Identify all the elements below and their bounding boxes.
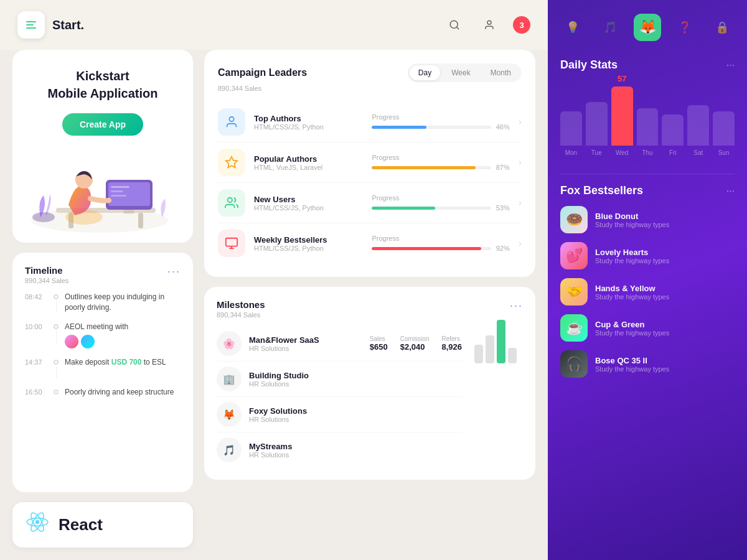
right-sidebar: 💡 🎵 🦊 ❓ 🔒 Daily Stats ··· Mon (548, 0, 747, 560)
sidebar-icon-headphones[interactable]: 🎵 (596, 14, 624, 41)
milestones-chart (468, 326, 523, 363)
leader-icon (218, 189, 245, 217)
react-icon (25, 510, 50, 540)
daily-stats-menu[interactable]: ··· (726, 60, 735, 71)
leader-arrow[interactable]: › (519, 116, 522, 128)
create-app-button[interactable]: Create App (62, 113, 143, 136)
main-area: Start. 3 Kickstart Mobile Application Cr… (0, 0, 548, 560)
table-row: Top Authors HTML/CSS/JS, Python Progress… (218, 102, 522, 142)
ms-icon: 🎵 (217, 437, 242, 462)
svg-rect-12 (111, 195, 126, 197)
sidebar-icon-fox[interactable]: 🦊 (634, 14, 661, 41)
list-item: 🌸 Man&Flower SaaS HR Solutions Sales $65… (217, 326, 462, 362)
timeline-menu-button[interactable]: ··· (167, 265, 181, 278)
menu-icon (26, 21, 36, 29)
list-item: 💕 Lovely Hearts Study the highway types (560, 242, 735, 269)
bar-wed: 57 Wed (611, 86, 633, 156)
bar-sat: Sat (687, 105, 709, 156)
table-row: Popular Authors HTML, VueJS, Laravel Pro… (218, 142, 522, 183)
svg-point-16 (35, 520, 39, 524)
illustration (25, 146, 181, 233)
daily-stats-title: Daily Stats (560, 58, 618, 72)
leader-arrow[interactable]: › (519, 157, 522, 168)
milestones-card: Milestones 890,344 Sales ··· 🌸 Man&Flowe… (204, 287, 535, 480)
user-button[interactable] (478, 14, 500, 36)
leader-arrow[interactable]: › (519, 238, 522, 249)
svg-point-20 (229, 117, 233, 121)
timeline-list: 08:42 Outlines keep you indulging in poo… (25, 292, 181, 398)
leader-icon (218, 108, 245, 136)
list-item: 🦊 Foxy Solutions HR Solutions (217, 397, 462, 432)
header: Start. 3 (0, 0, 548, 50)
header-left: Start. (17, 11, 84, 39)
timeline-title: Timeline (25, 265, 68, 276)
list-item: ☕ Cup & Green Study the highway types (560, 314, 735, 342)
bs-thumbnail: ☕ (560, 314, 588, 342)
divider (560, 174, 735, 174)
svg-rect-10 (111, 186, 129, 188)
bar-fri: Fri (662, 114, 684, 156)
leader-icon (218, 230, 245, 257)
daily-stats-section: Daily Stats ··· Mon Tue 57 Wed (548, 52, 747, 174)
svg-rect-9 (123, 210, 134, 213)
react-label: React (59, 515, 103, 534)
campaign-title: Campaign Leaders (218, 67, 307, 78)
fox-bestsellers-menu[interactable]: ··· (726, 185, 735, 197)
tab-week[interactable]: Week (443, 65, 479, 80)
list-item: 🤝 Hands & Yellow Study the highway types (560, 278, 735, 306)
header-right: 3 (443, 14, 530, 36)
svg-rect-23 (226, 238, 237, 246)
bs-thumbnail: 🎧 (560, 350, 588, 378)
bar-thu: Thu (637, 108, 659, 156)
bar-sun: Sun (713, 111, 735, 156)
timeline-subtitle: 890,344 Sales (25, 277, 68, 284)
svg-rect-11 (111, 190, 123, 192)
ms-icon: 🦊 (217, 402, 242, 427)
campaign-subtitle: 890,344 Sales (218, 85, 522, 92)
list-item: 10:00 AEOL meeting with (25, 322, 181, 348)
list-item: 14:37 Make deposit USD 700 to ESL (25, 357, 181, 378)
search-button[interactable] (443, 14, 466, 36)
peak-label: 57 (611, 74, 633, 83)
list-item: 🏢 Building Studio HR Solutions (217, 362, 462, 397)
ms-icon: 🏢 (217, 366, 242, 391)
svg-point-13 (65, 210, 103, 225)
tab-day[interactable]: Day (410, 65, 440, 80)
list-item: 🍩 Blue Donut Study the highway types (560, 206, 735, 233)
fox-bestsellers-title: Fox Bestsellers (560, 184, 643, 197)
bar-mon: Mon (560, 111, 582, 156)
tab-month[interactable]: Month (482, 65, 520, 80)
table-row: Weekly Bestsellers HTML/CSS/JS, Python P… (218, 223, 522, 263)
left-column: Kickstart Mobile Application Create App (12, 50, 193, 548)
milestones-title: Milestones (217, 299, 265, 310)
svg-point-22 (228, 198, 232, 202)
kickstart-card: Kickstart Mobile Application Create App (12, 50, 193, 243)
timeline-header: Timeline 890,344 Sales ··· (25, 265, 181, 284)
react-badge: React (12, 502, 193, 548)
bs-thumbnail: 🤝 (560, 278, 588, 306)
sidebar-icon-row: 💡 🎵 🦊 ❓ 🔒 (548, 0, 747, 52)
sidebar-icon-question[interactable]: ❓ (671, 14, 698, 41)
svg-marker-21 (226, 157, 237, 167)
sidebar-icon-lightbulb[interactable]: 💡 (559, 14, 586, 41)
notification-badge[interactable]: 3 (513, 16, 530, 34)
ms-icon: 🌸 (217, 331, 242, 356)
milestones-subtitle: 890,344 Sales (217, 311, 265, 319)
sidebar-icon-lock[interactable]: 🔒 (708, 14, 736, 41)
list-item: 08:42 Outlines keep you indulging in poo… (25, 292, 181, 313)
svg-rect-8 (108, 182, 150, 206)
campaign-card: Campaign Leaders Day Week Month 890,344 … (204, 50, 535, 277)
daily-stats-chart: Mon Tue 57 Wed Thu Fri (560, 82, 735, 156)
brand-name: Start. (52, 18, 84, 32)
leader-icon (218, 149, 245, 176)
bs-thumbnail: 💕 (560, 242, 588, 269)
list-item: 🎵 MyStreams HR Solutions (217, 432, 462, 467)
tab-group: Day Week Month (408, 63, 522, 82)
milestones-menu-button[interactable]: ··· (510, 299, 523, 312)
svg-rect-6 (138, 213, 143, 228)
bs-thumbnail: 🍩 (560, 206, 588, 233)
leader-arrow[interactable]: › (519, 197, 522, 208)
svg-line-1 (456, 27, 458, 29)
milestones-header: Milestones 890,344 Sales ··· (217, 299, 523, 319)
svg-point-15 (32, 212, 55, 222)
